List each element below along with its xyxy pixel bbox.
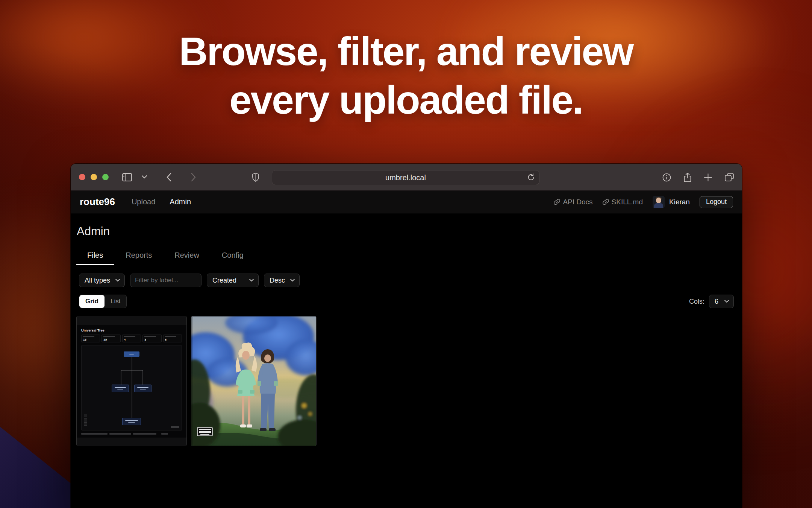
zoom-window-button[interactable] [102, 174, 109, 180]
album-cover-illustration [191, 316, 317, 446]
back-icon[interactable] [167, 173, 171, 181]
link-icon [554, 199, 560, 205]
type-filter-value: All types [85, 277, 110, 284]
sort-field-value: Created [212, 277, 236, 284]
toolbar-right-icons [662, 164, 734, 191]
app-header: route96 Upload Admin API Docs SKILL.md [71, 191, 742, 213]
page-title: Admin [77, 225, 737, 238]
api-docs-link[interactable]: API Docs [554, 198, 592, 206]
fit-view-icon [84, 422, 87, 426]
sort-order-value: Desc [270, 277, 285, 284]
traffic-lights [79, 174, 109, 180]
type-filter-select[interactable]: All types [79, 274, 125, 287]
user-name: Kieran [669, 198, 690, 206]
chevron-down-icon [290, 279, 295, 282]
page-info-icon[interactable] [662, 173, 671, 182]
columns-value: 6 [715, 298, 718, 306]
chevron-down-icon [115, 279, 120, 282]
app-header-right: API Docs SKILL.md Kieran Logout [554, 196, 733, 208]
browser-window: umbrel.local [71, 164, 742, 508]
hero-line-1: Browse, filter, and review [0, 27, 812, 76]
user-box: Kieran [653, 196, 690, 208]
api-docs-label: API Docs [563, 198, 592, 206]
close-window-button[interactable] [79, 174, 85, 180]
skill-md-label: SKILL.md [612, 198, 643, 206]
address-bar-url: umbrel.local [385, 173, 426, 182]
view-row: Grid List Cols: 6 [79, 295, 737, 308]
mini-footer-bar [77, 438, 186, 446]
file-grid: Universal Tree 13 25 4 3 6 [76, 316, 737, 446]
mini-zoom-controls [84, 414, 87, 426]
sort-order-select[interactable]: Desc [264, 274, 300, 287]
tree-leaf-node [122, 418, 141, 425]
skill-md-link[interactable]: SKILL.md [603, 198, 643, 206]
mini-attribution-badge [171, 426, 179, 428]
mini-stat-row: 13 25 4 3 6 [81, 335, 182, 342]
tree-root-node [124, 351, 139, 357]
browser-toolbar: umbrel.local [71, 164, 742, 191]
privacy-shield-icon[interactable] [252, 173, 259, 182]
address-bar[interactable]: umbrel.local [272, 170, 539, 185]
view-toggle: Grid List [79, 295, 127, 308]
label-filter-input[interactable] [130, 274, 201, 287]
new-tab-icon[interactable] [704, 173, 712, 181]
chevron-down-icon [249, 279, 254, 282]
reload-icon[interactable] [528, 173, 535, 183]
tab-review[interactable]: Review [163, 251, 211, 265]
user-avatar [653, 196, 665, 208]
mini-title: Universal Tree [81, 329, 182, 332]
filter-row: All types Created Desc [79, 274, 737, 287]
nav-upload[interactable]: Upload [132, 198, 155, 206]
list-view-button[interactable]: List [105, 295, 126, 308]
chevron-down-icon [724, 300, 729, 303]
admin-page: Admin Files Reports Review Config All ty… [71, 213, 742, 508]
parental-advisory-badge [197, 427, 212, 436]
zoom-in-icon [84, 414, 87, 417]
forward-icon[interactable] [191, 173, 196, 181]
mini-navbar [77, 316, 186, 325]
app-nav: Upload Admin [132, 198, 191, 206]
tree-child-node [134, 385, 151, 392]
grid-view-button[interactable]: Grid [79, 295, 105, 308]
columns-label: Cols: [689, 298, 704, 306]
share-icon[interactable] [684, 173, 691, 182]
mini-caption [81, 433, 182, 435]
columns-control: Cols: 6 [689, 295, 734, 308]
file-thumbnail-dashboard-screenshot[interactable]: Universal Tree 13 25 4 3 6 [76, 316, 187, 446]
hero-line-2: every uploaded file. [0, 76, 812, 124]
minimize-window-button[interactable] [91, 174, 97, 180]
logout-button[interactable]: Logout [700, 196, 733, 208]
tab-config[interactable]: Config [211, 251, 255, 265]
app-brand[interactable]: route96 [80, 196, 115, 208]
tab-reports[interactable]: Reports [114, 251, 163, 265]
nav-admin[interactable]: Admin [170, 198, 191, 206]
sort-field-select[interactable]: Created [207, 274, 259, 287]
file-thumbnail-album-photo[interactable] [191, 316, 317, 446]
tab-files[interactable]: Files [76, 251, 114, 265]
zoom-out-icon [84, 418, 87, 421]
sidebar-chevron-down-icon[interactable] [142, 175, 147, 179]
sidebar-icon[interactable] [122, 173, 132, 181]
tab-overview-icon[interactable] [725, 173, 734, 181]
hero-headline: Browse, filter, and review every uploade… [0, 27, 812, 125]
link-icon [603, 199, 609, 205]
tree-child-node [112, 385, 129, 392]
mini-tree-panel [81, 345, 182, 430]
admin-tabs: Files Reports Review Config [76, 251, 737, 265]
columns-select[interactable]: 6 [709, 295, 734, 308]
